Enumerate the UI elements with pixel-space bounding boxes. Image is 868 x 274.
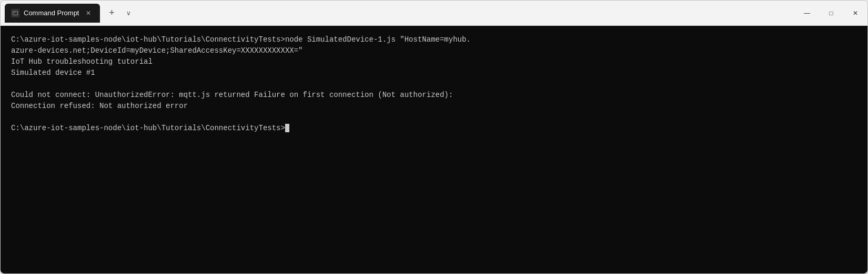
- terminal-line-1: C:\azure-iot-samples-node\iot-hub\Tutori…: [11, 34, 857, 45]
- tab-close-button[interactable]: ✕: [83, 8, 94, 18]
- terminal-line-7: Connection refused: Not authorized error: [11, 101, 857, 112]
- close-button[interactable]: ✕: [843, 1, 867, 26]
- tab-area: Command Prompt ✕ + ∨: [5, 1, 795, 25]
- app-window: Command Prompt ✕ + ∨ — □ ✕: [0, 0, 868, 274]
- cursor: [285, 124, 289, 132]
- new-tab-button[interactable]: +: [103, 5, 120, 22]
- maximize-button[interactable]: □: [819, 1, 843, 26]
- tab-dropdown-button[interactable]: ∨: [120, 5, 137, 22]
- terminal-line-8: [11, 112, 857, 123]
- cmd-icon-inner: [13, 11, 18, 15]
- terminal-line-9: C:\azure-iot-samples-node\iot-hub\Tutori…: [11, 123, 857, 134]
- terminal-line-6: Could not connect: UnauthorizedError: mq…: [11, 90, 857, 101]
- terminal-line-2: azure-devices.net;DeviceId=myDevice;Shar…: [11, 45, 857, 56]
- terminal-body[interactable]: C:\azure-iot-samples-node\iot-hub\Tutori…: [1, 26, 867, 273]
- active-tab[interactable]: Command Prompt ✕: [5, 4, 100, 23]
- prompt-line: C:\azure-iot-samples-node\iot-hub\Tutori…: [11, 124, 285, 132]
- terminal-line-3: IoT Hub troubleshooting tutorial: [11, 56, 857, 67]
- terminal-icon: [11, 9, 19, 17]
- terminal-line-4: Simulated device #1: [11, 67, 857, 79]
- window-controls: — □ ✕: [795, 1, 867, 25]
- minimize-button[interactable]: —: [795, 1, 819, 26]
- title-bar: Command Prompt ✕ + ∨ — □ ✕: [1, 1, 867, 26]
- terminal-line-5: [11, 79, 857, 90]
- tab-title: Command Prompt: [24, 9, 79, 17]
